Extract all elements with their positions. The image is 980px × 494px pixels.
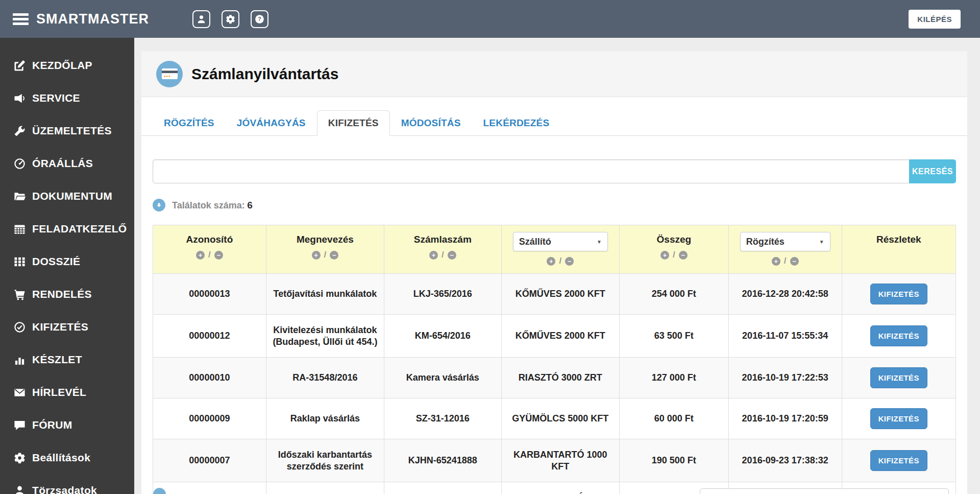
column-label: Számlaszám [388, 234, 497, 245]
sidebar-item-torzsadatok[interactable]: Törzsadatok [0, 474, 134, 494]
sidebar-item-label: KEZDŐLAP [32, 59, 92, 72]
sidebar-item-feladatkezelo[interactable]: FELADATKEZELŐ [0, 213, 134, 245]
sort-controls: +/− [388, 250, 497, 260]
filter-select-value: Rögzítés [746, 237, 785, 247]
sort-asc-icon[interactable]: + [429, 251, 438, 260]
tab-bar: RÖGZÍTÉSJÓVÁHAGYÁSKIFIZETÉSMÓDOSÍTÁSLEKÉ… [141, 97, 967, 136]
table-cell: 00000009 [153, 398, 266, 439]
sort-controls: +/− [271, 250, 380, 260]
table-cell: SZ-31-12016 [384, 398, 502, 439]
sidebar-item-label: FELADATKEZELŐ [32, 223, 127, 235]
arrow-down-circle-icon[interactable] [153, 199, 165, 211]
megaphone-icon [14, 92, 26, 104]
grid-icon [14, 256, 26, 268]
table-cell: Raklap vásárlás [266, 398, 384, 439]
logout-button[interactable]: KILÉPÉS [909, 10, 961, 29]
app-brand: SMARTMASTER [36, 11, 149, 27]
results-label: Találatok száma: [172, 200, 245, 210]
sidebar-item-label: SERVICE [32, 92, 80, 104]
sort-asc-icon[interactable]: + [196, 251, 205, 260]
results-count: 6 [247, 200, 253, 210]
sidebar-item-service[interactable]: SERVICE [0, 82, 134, 114]
credit-card-icon [156, 61, 183, 87]
search-button[interactable]: KERESÉS [909, 159, 956, 183]
folder-icon [14, 191, 26, 202]
table-header-row: Azonosító+/−Megnevezés+/−Számlaszám+/−Sz… [153, 225, 956, 274]
sidebar-item-dosszie[interactable]: DOSSZIÉ [0, 245, 134, 278]
sidebar-item-keszlet[interactable]: KÉSZLET [0, 343, 134, 376]
table-cell-actions: KIFIZETÉS [842, 398, 955, 439]
table-row: 00000009Raklap vásárlásSZ-31-12016GYÜMÖL… [153, 398, 956, 439]
topbar-icon-group: ? [192, 10, 268, 28]
table-cell: 2016-10-19 17:20:59 [728, 398, 842, 439]
table-cell: 127 000 Ft [619, 358, 728, 398]
table-cell: 2016-11-07 15:55:34 [728, 315, 842, 358]
table-cell: 2016-10-19 17:22:53 [728, 358, 842, 398]
settings-button[interactable] [222, 10, 239, 28]
help-button[interactable]: ? [251, 10, 268, 28]
sidebar-item-kifizetes[interactable]: KIFIZETÉS [0, 311, 134, 343]
sidebar-item-kezdolap[interactable]: KEZDŐLAP [0, 49, 134, 82]
table-cell: RIASZTÓ 3000 ZRT [501, 358, 619, 398]
sidebar-item-label: KÉSZLET [32, 354, 82, 366]
tab-kifizetés[interactable]: KIFIZETÉS [317, 110, 390, 136]
tab-lekérdezés[interactable]: LEKÉRDEZÉS [472, 110, 561, 136]
sort-desc-icon[interactable]: − [790, 257, 799, 266]
column-header: Azonosító+/− [153, 225, 266, 274]
bar-chart-icon [14, 354, 26, 366]
user-icon [197, 14, 206, 24]
comment-icon [14, 419, 26, 431]
pencil-square-icon [14, 60, 26, 72]
pay-button[interactable]: KIFIZETÉS [870, 408, 927, 429]
wrench-icon [14, 125, 26, 137]
column-label: Összeg [624, 234, 724, 245]
table-cell: 2016-09-23 17:38:32 [728, 439, 842, 482]
pay-button[interactable]: KIFIZETÉS [870, 284, 927, 304]
pay-button[interactable]: KIFIZETÉS [870, 450, 927, 471]
sidebar-item-label: KIFIZETÉS [32, 321, 88, 333]
tab-módosítás[interactable]: MÓDOSÍTÁS [390, 110, 472, 136]
filter-select[interactable]: Szállító▼ [513, 232, 608, 251]
pay-button[interactable]: KIFIZETÉS [870, 325, 927, 346]
search-row: KERESÉS [153, 159, 956, 183]
sidebar-item-dokumentum[interactable]: DOKUMENTUM [0, 180, 134, 213]
table-cell: 2016-12-28 20:42:58 [728, 274, 842, 315]
sidebar-item-oraallas[interactable]: ÓRAÁLLÁS [0, 147, 134, 180]
pay-button[interactable]: KIFIZETÉS [870, 367, 927, 388]
tab-jóváhagyás[interactable]: JÓVÁHAGYÁS [226, 110, 317, 136]
sidebar-item-rendeles[interactable]: RENDELÉS [0, 278, 134, 311]
sidebar-item-label: HÍRLEVÉL [32, 386, 86, 398]
column-header: Szállító▼+/− [501, 225, 619, 274]
sort-asc-icon[interactable]: + [312, 251, 321, 260]
column-header: Rögzítés▼+/− [728, 225, 842, 274]
sort-desc-icon[interactable]: − [448, 251, 456, 260]
chevron-down-icon: ▼ [819, 239, 824, 245]
sort-desc-icon[interactable]: − [565, 257, 574, 266]
filter-select[interactable]: Rögzítés▼ [740, 232, 830, 251]
sidebar-item-forum[interactable]: FÓRUM [0, 409, 134, 441]
search-input[interactable] [153, 159, 909, 183]
top-navbar: SMARTMASTER ? KILÉPÉS [0, 0, 980, 38]
sort-desc-icon[interactable]: − [330, 251, 338, 260]
partial-select-box[interactable] [700, 488, 949, 494]
sort-asc-icon[interactable]: + [660, 251, 669, 260]
table-cell: KM-654/2016 [384, 315, 502, 358]
sidebar-item-label: ÜZEMELTETÉS [32, 125, 112, 137]
sidebar-item-label: FÓRUM [32, 419, 72, 431]
sort-desc-icon[interactable]: − [679, 251, 688, 260]
check-circle-icon [14, 321, 26, 333]
sort-asc-icon[interactable]: + [772, 257, 780, 266]
table-row: 00000010RA-31548/2016Kamera vásárlásRIAS… [153, 358, 956, 398]
sort-asc-icon[interactable]: + [547, 257, 555, 266]
sidebar-item-label: ÓRAÁLLÁS [32, 157, 93, 170]
table-cell: 63 500 Ft [619, 315, 728, 358]
envelope-icon [14, 387, 26, 398]
hamburger-menu-icon[interactable] [13, 11, 29, 27]
sidebar-item-beallitasok[interactable]: Beállítások [0, 441, 134, 474]
user-button[interactable] [192, 10, 210, 28]
table-cell: Kivitelezési munkálatok (Budapest, Üllői… [266, 315, 384, 358]
tab-rögzítés[interactable]: RÖGZÍTÉS [153, 110, 226, 136]
sidebar-item-uzemeltetes[interactable]: ÜZEMELTETÉS [0, 114, 134, 147]
sidebar-item-hirlevel[interactable]: HÍRLEVÉL [0, 376, 134, 409]
sort-desc-icon[interactable]: − [214, 251, 223, 260]
